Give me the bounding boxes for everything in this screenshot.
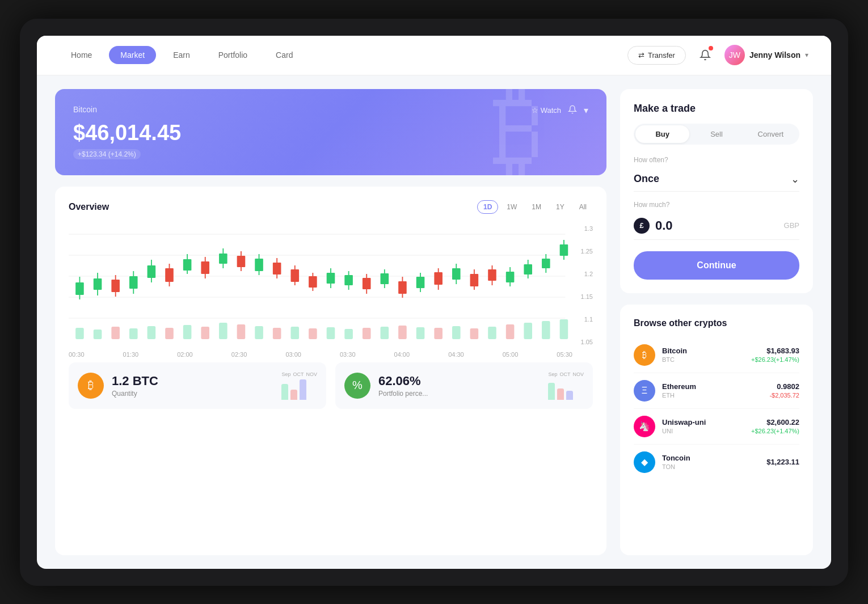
svg-rect-76	[452, 268, 461, 280]
bell-icon	[700, 49, 711, 61]
svg-rect-52	[237, 256, 246, 267]
svg-rect-36	[94, 278, 102, 290]
svg-rect-66	[363, 278, 371, 289]
tab-convert[interactable]: Convert	[744, 125, 798, 143]
tab-sell[interactable]: Sell	[689, 125, 743, 143]
frequency-select[interactable]: Once ⌄	[634, 167, 799, 192]
frequency-value: Once	[634, 173, 659, 185]
svg-rect-56	[273, 263, 281, 274]
svg-rect-11	[183, 325, 192, 339]
crypto-info-uni: Uniswap-uni UNI	[662, 418, 744, 434]
user-menu[interactable]: JW Jenny Wilson ▾	[724, 45, 808, 65]
x-axis-labels: 00:30 01:30 02:00 02:30 03:00 03:30 04:0…	[69, 348, 593, 358]
crypto-name-ton: Toncoin	[662, 454, 760, 462]
crypto-icon-ton: ◆	[634, 451, 655, 473]
hero-card-top: Bitcoin ☆ Watch	[73, 105, 588, 116]
crypto-item-ton[interactable]: ◆ Toncoin TON $1,223.11	[634, 445, 799, 480]
svg-rect-62	[327, 273, 335, 284]
notifications-button[interactable]	[695, 45, 715, 65]
time-filter-1y[interactable]: 1Y	[550, 200, 571, 214]
bottom-stats: ₿ 1.2 BTC Quantity SepOCTNOV	[69, 362, 593, 409]
hero-chevron-icon[interactable]: ▾	[584, 105, 588, 116]
chevron-down-icon: ▾	[805, 51, 808, 59]
crypto-item-uni[interactable]: 🦄 Uniswap-uni UNI $2,600.22 +$26.23(+1.4…	[634, 409, 799, 445]
svg-rect-22	[381, 327, 389, 339]
watch-button[interactable]: ☆ Watch	[532, 106, 561, 115]
amount-input[interactable]: 0.0	[655, 218, 778, 233]
svg-rect-12	[201, 327, 209, 339]
stat-card-portfolio: % 62.06% Portfolio perce... SepOCTNOV	[335, 362, 593, 409]
crypto-price-btc: $1,683.93 +$26.23(+1.47%)	[751, 347, 799, 363]
svg-rect-80	[488, 269, 496, 281]
hero-change: +$123.34 (+14.2%)	[73, 149, 141, 159]
ton-price: $1,223.11	[766, 458, 799, 466]
crypto-price-eth: 0.9802 -$2,035.72	[769, 382, 799, 399]
svg-rect-88	[560, 244, 568, 256]
svg-rect-72	[416, 277, 425, 288]
svg-rect-20	[344, 329, 353, 339]
trade-tabs: Buy Sell Convert	[634, 124, 799, 145]
svg-rect-86	[542, 259, 550, 268]
svg-rect-58	[290, 269, 299, 282]
svg-rect-42	[148, 265, 156, 278]
svg-rect-44	[165, 268, 174, 282]
hero-price: $46,014.45	[73, 121, 588, 145]
svg-rect-29	[506, 324, 515, 339]
time-filter-1m[interactable]: 1M	[525, 200, 547, 214]
avatar: JW	[724, 45, 745, 65]
transfer-label: Transfer	[648, 51, 675, 60]
crypto-symbol-eth: ETH	[662, 392, 762, 399]
hero-card: ₿ Bitcoin ☆ Watch	[55, 89, 606, 175]
notification-dot	[709, 46, 713, 50]
continue-button[interactable]: Continue	[634, 251, 799, 280]
svg-rect-78	[470, 274, 479, 286]
svg-rect-31	[542, 321, 550, 339]
svg-rect-64	[344, 275, 353, 285]
crypto-icon-btc: ₿	[634, 344, 655, 366]
left-panel: ₿ Bitcoin ☆ Watch	[55, 89, 606, 555]
trade-title: Make a trade	[634, 103, 799, 115]
crypto-item-eth[interactable]: Ξ Ethereum ETH 0.9802 -$2,035.72	[634, 373, 799, 409]
nav-item-market[interactable]: Market	[109, 46, 156, 64]
svg-rect-46	[183, 259, 192, 271]
time-filter-all[interactable]: All	[573, 200, 593, 214]
coin-name: Bitcoin	[73, 105, 97, 114]
pct-stat-info: 62.06% Portfolio perce...	[378, 374, 540, 398]
crypto-icon-uni: 🦄	[634, 416, 655, 437]
overview-header: Overview 1D 1W 1M 1Y All	[69, 200, 593, 214]
candlestick-chart	[69, 223, 593, 348]
svg-rect-18	[309, 328, 317, 339]
star-icon: ☆	[532, 106, 538, 115]
svg-rect-27	[470, 328, 479, 339]
time-filter-1d[interactable]: 1D	[477, 200, 498, 214]
y-axis-labels: 1.3 1.25 1.2 1.15 1.1 1.05	[572, 223, 593, 348]
nav-item-portfolio[interactable]: Portfolio	[207, 46, 259, 64]
bell-hero-icon[interactable]	[568, 105, 577, 116]
time-filter-1w[interactable]: 1W	[500, 200, 523, 214]
crypto-info-btc: Bitcoin BTC	[662, 347, 744, 363]
transfer-button[interactable]: ⇄ Transfer	[627, 46, 686, 65]
svg-rect-15	[255, 326, 263, 339]
crypto-symbol-ton: TON	[662, 463, 760, 470]
how-much-label: How much?	[634, 201, 799, 209]
pct-value: 62.06%	[378, 374, 540, 388]
nav-item-home[interactable]: Home	[60, 46, 103, 64]
svg-rect-84	[524, 264, 532, 274]
frequency-chevron-icon: ⌄	[791, 173, 799, 185]
tab-buy[interactable]: Buy	[635, 125, 689, 143]
crypto-list: ₿ Bitcoin BTC $1,683.93 +$26.23(+1.47%)	[634, 337, 799, 480]
btc-stat-info: 1.2 BTC Quantity	[112, 374, 273, 398]
uni-change: +$26.23(+1.47%)	[751, 428, 799, 434]
crypto-item-btc[interactable]: ₿ Bitcoin BTC $1,683.93 +$26.23(+1.47%)	[634, 337, 799, 373]
nav-item-card[interactable]: Card	[264, 46, 304, 64]
svg-rect-40	[129, 276, 138, 289]
stat-card-btc: ₿ 1.2 BTC Quantity SepOCTNOV	[69, 362, 326, 409]
browse-title: Browse other cryptos	[634, 318, 799, 328]
svg-rect-54	[255, 259, 263, 271]
navbar: Home Market Earn Portfolio Card ⇄ Transf…	[37, 36, 831, 75]
browse-card: Browse other cryptos ₿ Bitcoin BTC $1,68…	[620, 305, 813, 555]
crypto-icon-eth: Ξ	[634, 380, 655, 402]
nav-item-earn[interactable]: Earn	[162, 46, 201, 64]
overview-card: Overview 1D 1W 1M 1Y All	[55, 187, 606, 555]
btc-icon: ₿	[78, 373, 104, 399]
